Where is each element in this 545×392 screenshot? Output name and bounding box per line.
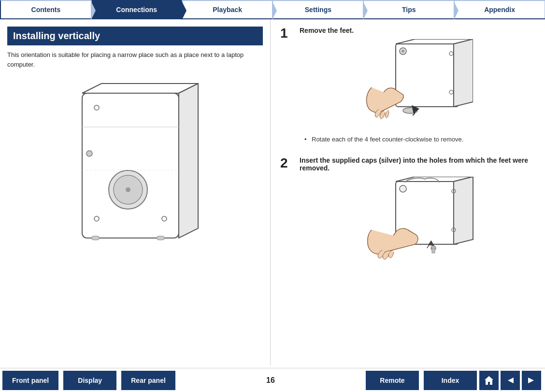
index-button[interactable]: Index bbox=[424, 371, 477, 390]
forward-icon-button[interactable] bbox=[522, 371, 541, 390]
svg-point-9 bbox=[86, 151, 92, 156]
svg-rect-11 bbox=[157, 236, 164, 240]
remote-button[interactable]: Remote bbox=[366, 371, 419, 390]
front-panel-button[interactable]: Front panel bbox=[2, 371, 58, 390]
step-2-number: 2 bbox=[280, 156, 292, 170]
section-title: Installing vertically bbox=[7, 27, 263, 45]
step-2-image bbox=[300, 177, 535, 273]
home-icon bbox=[484, 375, 494, 386]
step2-svg bbox=[357, 177, 478, 273]
left-panel: Installing vertically This orientation i… bbox=[0, 19, 271, 366]
back-arrow-icon bbox=[505, 375, 516, 386]
svg-marker-24 bbox=[454, 177, 473, 244]
svg-point-18 bbox=[402, 50, 404, 53]
tab-connections[interactable]: Connections bbox=[91, 0, 182, 18]
navigation-icons bbox=[479, 371, 541, 390]
top-navigation: Contents Connections Playback Settings T… bbox=[0, 0, 545, 19]
step-1: 1 Remove the feet. bbox=[280, 27, 535, 147]
bottom-navigation: Front panel Display Rear panel 16 Remote… bbox=[0, 368, 545, 392]
description-text: This orientation is suitable for placing… bbox=[7, 50, 263, 69]
tab-tips[interactable]: Tips bbox=[363, 0, 454, 18]
svg-marker-16 bbox=[454, 39, 473, 107]
svg-marker-2 bbox=[179, 84, 198, 238]
forward-arrow-icon bbox=[526, 375, 537, 386]
tab-appendix[interactable]: Appendix bbox=[454, 0, 545, 18]
tab-contents[interactable]: Contents bbox=[0, 0, 91, 18]
svg-point-8 bbox=[126, 187, 130, 192]
content-area: Installing vertically This orientation i… bbox=[0, 19, 545, 366]
page-number: 16 bbox=[178, 376, 363, 385]
tab-settings[interactable]: Settings bbox=[272, 0, 363, 18]
right-panel: 1 Remove the feet. bbox=[271, 19, 545, 366]
step-2: 2 Insert the supplied caps (silver) into… bbox=[280, 156, 535, 278]
svg-rect-29 bbox=[432, 248, 435, 253]
home-icon-button[interactable] bbox=[479, 371, 499, 390]
svg-marker-32 bbox=[528, 378, 534, 383]
svg-rect-10 bbox=[92, 236, 99, 240]
svg-point-27 bbox=[400, 185, 406, 192]
back-icon-button[interactable] bbox=[501, 371, 520, 390]
svg-marker-30 bbox=[485, 376, 493, 385]
step1-svg bbox=[362, 39, 473, 131]
step-1-content: Remove the feet. bbox=[300, 27, 535, 147]
step-2-content: Insert the supplied caps (silver) into t… bbox=[300, 156, 535, 278]
device-illustration bbox=[7, 79, 263, 272]
display-button[interactable]: Display bbox=[63, 371, 116, 390]
rear-panel-button[interactable]: Rear panel bbox=[121, 371, 175, 390]
step-2-title: Insert the supplied caps (silver) into t… bbox=[300, 156, 535, 172]
svg-marker-31 bbox=[508, 378, 514, 383]
step-1-image bbox=[300, 39, 535, 131]
vertical-device-svg bbox=[53, 79, 217, 272]
tab-playback[interactable]: Playback bbox=[182, 0, 273, 18]
step-1-bullet: Rotate each of the 4 feet counter-clockw… bbox=[304, 136, 535, 143]
step-1-number: 1 bbox=[280, 27, 292, 40]
step-1-title: Remove the feet. bbox=[300, 27, 535, 34]
